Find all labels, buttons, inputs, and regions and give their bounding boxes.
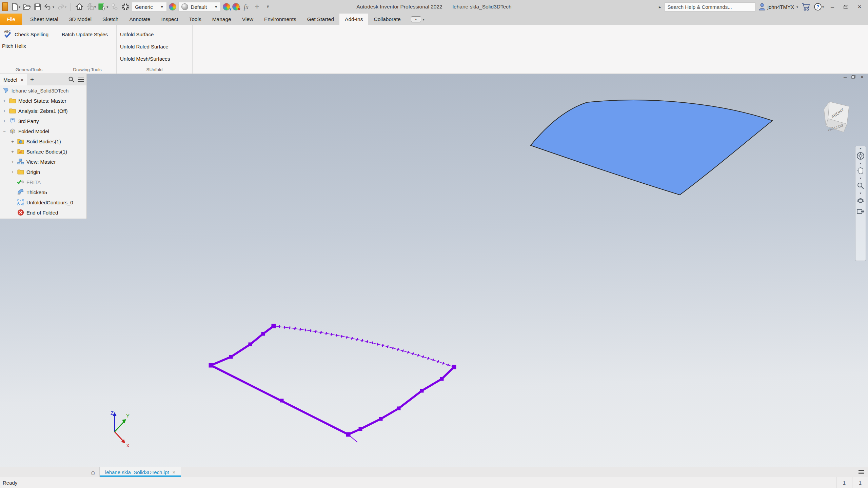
panel-label-drawing-tools[interactable]: Drawing Tools: [58, 67, 116, 72]
open-button[interactable]: [22, 2, 31, 12]
adjust-appearance-icon[interactable]: ▾: [223, 3, 230, 11]
customize-qat-button[interactable]: ▾: [263, 2, 272, 12]
pitch-helix-button[interactable]: Pitch Helix: [2, 41, 26, 51]
chevron-down-icon[interactable]: ▾: [19, 5, 20, 9]
material-wheel-icon[interactable]: [169, 3, 176, 11]
viewport-restore-icon[interactable]: [851, 75, 855, 80]
tab-3d-model[interactable]: 3D Model: [64, 14, 97, 25]
tree-item-surface-bodies[interactable]: + Surface Bodies(1): [0, 146, 86, 157]
chevron-down-icon[interactable]: ▾: [94, 5, 96, 9]
graphics-viewport[interactable]: Z Y X FRONT BOTTOM ─ ✕ ●: [0, 74, 868, 467]
tree-item-folded-model[interactable]: − Folded Model: [0, 126, 86, 136]
navbar-handle-icon[interactable]: ●: [860, 147, 861, 149]
copy-properties-button[interactable]: [110, 2, 119, 12]
material-combobox[interactable]: Generic ▼: [132, 2, 166, 12]
home-view-button[interactable]: [75, 2, 84, 12]
orbit-button[interactable]: [856, 196, 865, 205]
expand-toggle[interactable]: +: [2, 98, 7, 103]
add-button[interactable]: +: [253, 2, 261, 12]
unfold-ruled-surface-button[interactable]: Unfold Ruled Surface: [120, 41, 169, 52]
viewport-minimize-icon[interactable]: ─: [844, 75, 847, 80]
unfold-mesh-surfaces-button[interactable]: Unfold Mesh/Surfaces: [120, 54, 170, 64]
look-at-button[interactable]: [856, 207, 865, 216]
viewport-close-icon[interactable]: ✕: [860, 75, 864, 80]
chevron-down-icon[interactable]: ▾: [106, 5, 108, 9]
expand-toggle[interactable]: +: [10, 149, 15, 154]
tab-manage[interactable]: Manage: [207, 14, 237, 25]
model-canvas[interactable]: Z Y X FRONT BOTTOM: [0, 74, 868, 467]
document-tab-active[interactable]: lehane skla_Solid3DTech.ipt ×: [100, 467, 181, 477]
home-tab-button[interactable]: ⌂: [87, 467, 100, 477]
tab-list-menu-icon[interactable]: [854, 467, 868, 477]
check-spelling-button[interactable]: ABC Check Spelling: [4, 29, 48, 39]
tree-item-unfoldedcontours[interactable]: UnfoldedContours_0: [0, 197, 86, 207]
search-icon[interactable]: [68, 76, 75, 83]
tab-sheet-metal[interactable]: Sheet Metal: [25, 14, 64, 25]
user-menu[interactable]: john4TMYX ▾: [759, 3, 798, 11]
close-icon[interactable]: ×: [172, 469, 175, 475]
pan-hand-button[interactable]: [856, 166, 865, 175]
chevron-down-icon[interactable]: ▾: [822, 5, 824, 9]
tab-add-ins[interactable]: Add-Ins: [339, 14, 368, 25]
tree-item-3rd-party[interactable]: + 3rd Party: [0, 116, 86, 126]
clear-appearance-icon[interactable]: ✕: [232, 3, 240, 11]
tab-environments[interactable]: Environments: [259, 14, 302, 25]
tree-item-end-of-folded[interactable]: End of Folded: [0, 207, 86, 218]
panel-label-generaltools[interactable]: GeneralTools: [0, 67, 58, 72]
help-button[interactable]: ? ▾: [814, 2, 824, 12]
tab-collaborate[interactable]: Collaborate: [368, 14, 406, 25]
expand-arrow-icon[interactable]: ▸: [659, 4, 661, 9]
zoom-button[interactable]: [856, 181, 865, 190]
chevron-down-icon[interactable]: ▾: [423, 18, 425, 21]
appearance-combobox[interactable]: Default ▼: [178, 2, 221, 12]
tab-annotate[interactable]: Annotate: [124, 14, 156, 25]
minimize-button[interactable]: –: [827, 2, 837, 12]
tab-inspect[interactable]: Inspect: [156, 14, 184, 25]
tab-view[interactable]: View: [237, 14, 259, 25]
batch-update-styles-button[interactable]: Batch Update Styles: [62, 29, 108, 39]
redo-button[interactable]: ▾: [56, 2, 66, 12]
expand-toggle[interactable]: +: [2, 108, 7, 114]
tree-root[interactable]: lehane skla_Solid3DTech: [0, 85, 86, 96]
collapse-toggle[interactable]: −: [2, 129, 7, 134]
browser-tab-model[interactable]: Model ×: [0, 74, 27, 85]
tab-tools[interactable]: Tools: [183, 14, 206, 25]
close-icon[interactable]: ×: [21, 77, 24, 83]
browser-menu-icon[interactable]: [78, 78, 84, 82]
inventor-logo-icon[interactable]: [2, 2, 8, 11]
tab-sketch[interactable]: Sketch: [97, 14, 124, 25]
panel-label-sunfold[interactable]: SUnfold: [117, 67, 192, 72]
expand-toggle[interactable]: +: [10, 139, 15, 144]
store-cart-button[interactable]: [802, 2, 810, 12]
chevron-down-icon[interactable]: ▾: [860, 192, 862, 194]
tab-get-started[interactable]: Get Started: [302, 14, 339, 25]
undo-button[interactable]: ▾: [44, 2, 54, 12]
chevron-down-icon[interactable]: ▾: [860, 162, 862, 164]
expand-toggle[interactable]: +: [10, 169, 15, 175]
save-button[interactable]: [33, 2, 42, 12]
quick-update-button[interactable]: ▾: [86, 2, 96, 12]
add-browser-tab-button[interactable]: +: [27, 76, 37, 83]
parameters-fx-button[interactable]: fx: [242, 2, 251, 12]
tab-file[interactable]: File: [0, 14, 22, 25]
render-wheel-icon[interactable]: [121, 2, 130, 12]
tree-item-analysis[interactable]: + Analysis: Zebra1 (Off): [0, 106, 86, 116]
chevron-down-icon[interactable]: ▾: [860, 177, 862, 179]
material-apply-button[interactable]: ▾: [98, 2, 108, 12]
ribbon-collapse-button[interactable]: ▲ ▾: [411, 14, 425, 25]
unfold-surface-button[interactable]: Unfold Surface: [120, 29, 154, 39]
restore-button[interactable]: [841, 2, 851, 12]
chevron-down-icon[interactable]: ▾: [65, 5, 66, 9]
search-input[interactable]: Search Help & Commands...: [665, 2, 755, 12]
tree-item-view-master[interactable]: + View: Master: [0, 157, 86, 167]
expand-toggle[interactable]: +: [10, 159, 15, 164]
close-button[interactable]: ×: [854, 2, 865, 12]
expand-toggle[interactable]: +: [2, 119, 7, 124]
tree-item-origin[interactable]: + Origin: [0, 167, 86, 177]
tree-item-frita[interactable]: FRITA: [0, 177, 86, 187]
tree-item-solid-bodies[interactable]: + Solid Bodies(1): [0, 136, 86, 146]
tree-item-thicken5[interactable]: Thicken5: [0, 187, 86, 197]
navigation-wheel-button[interactable]: [856, 151, 865, 160]
chevron-down-icon[interactable]: ▾: [53, 5, 54, 9]
tree-item-model-states[interactable]: + Model States: Master: [0, 96, 86, 106]
